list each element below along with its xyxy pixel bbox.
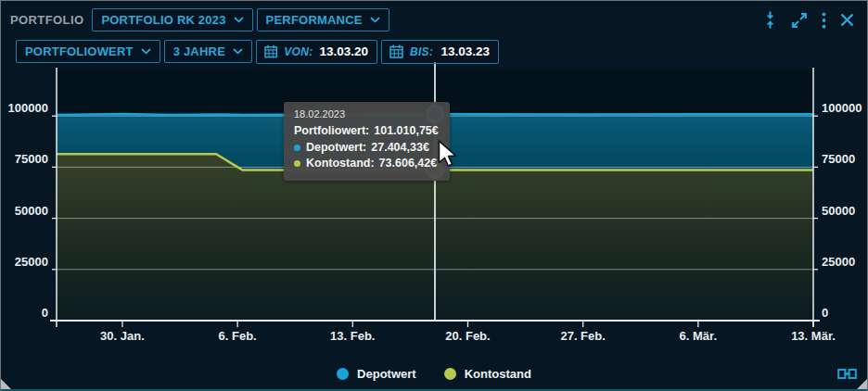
calendar-icon: [389, 44, 403, 58]
x-axis-label: 13. Mär.: [791, 329, 836, 343]
portfolio-select-label: PORTFOLIO RK 2023: [101, 13, 225, 27]
chart-tooltip: 18.02.2023 Portfoliowert: 101.010,75€ De…: [284, 102, 450, 181]
y-axis-label-right: 100000: [822, 101, 862, 115]
tooltip-kontostand-row: Kontostand: 73.606,42€: [294, 156, 439, 172]
y-axis-label-right: 50000: [822, 204, 855, 218]
depotwert-bullet-icon: [294, 145, 300, 151]
collapse-button[interactable]: [763, 11, 777, 29]
date-to-label: BIS:: [410, 45, 433, 58]
legend-item-kontostand[interactable]: Kontostand: [444, 367, 531, 381]
x-axis-label: 6. Mär.: [680, 329, 717, 343]
link-icon: [837, 368, 857, 380]
date-to-field[interactable]: BIS: 13.03.23: [381, 40, 499, 64]
expand-icon: [791, 12, 808, 29]
date-to-value: 13.03.23: [440, 44, 490, 58]
tooltip-depotwert-row: Depotwert: 27.404,33€: [294, 140, 439, 157]
expand-button[interactable]: [791, 12, 808, 29]
date-from-value: 13.03.20: [319, 44, 368, 58]
resize-grip-bottom-left[interactable]: [1, 379, 11, 389]
close-icon: [840, 13, 854, 27]
legend-item-depotwert[interactable]: Depotwert: [337, 367, 416, 381]
metric-select[interactable]: PORTFOLIOWERT: [16, 40, 160, 63]
tooltip-total-row: Portfoliowert: 101.010,75€: [294, 123, 439, 140]
portfolio-widget-panel: 0025000250005000050000750007500010000010…: [0, 0, 868, 391]
panel-title: PORTFOLIO: [10, 13, 83, 27]
tooltip-date: 18.02.2023: [294, 108, 439, 120]
y-axis-label-right: 0: [822, 306, 828, 320]
x-axis-label: 13. Feb.: [330, 329, 375, 343]
x-axis-label: 27. Feb.: [560, 329, 605, 343]
y-axis-label-right: 25000: [822, 255, 855, 269]
metric-select-label: PORTFOLIOWERT: [25, 44, 134, 58]
collapse-vertical-icon: [763, 11, 777, 29]
close-button[interactable]: [840, 13, 854, 27]
chevron-down-icon: [141, 48, 151, 55]
link-panels-button[interactable]: [837, 368, 857, 383]
range-select-label: 3 JAHRE: [173, 44, 225, 58]
x-axis-label: 6. Feb.: [219, 329, 257, 343]
y-axis-label-left: 100000: [8, 101, 48, 115]
x-axis-label: 20. Feb.: [445, 329, 490, 343]
kontostand-bullet-icon: [294, 160, 300, 167]
chart-legend: Depotwert Kontostand: [1, 367, 867, 381]
chevron-down-icon: [370, 17, 380, 23]
menu-button[interactable]: [822, 12, 826, 29]
view-select-label: PERFORMANCE: [266, 13, 363, 27]
depotwert-legend-dot-icon: [337, 368, 349, 380]
portfolio-select[interactable]: PORTFOLIO RK 2023: [92, 8, 252, 32]
chevron-down-icon: [233, 48, 243, 55]
kontostand-legend-dot-icon: [444, 368, 456, 380]
filter-row: PORTFOLIOWERT 3 JAHRE VON: 13.03.20: [1, 39, 867, 64]
kebab-menu-icon: [822, 12, 826, 29]
date-from-field[interactable]: VON: 13.03.20: [256, 40, 377, 64]
window-controls: [763, 11, 867, 29]
y-axis-label-left: 50000: [15, 204, 48, 218]
calendar-icon: [264, 44, 277, 58]
date-from-label: VON:: [284, 45, 313, 58]
y-axis-label-left: 25000: [15, 255, 48, 269]
header-row: PORTFOLIO PORTFOLIO RK 2023 PERFORMANCE: [1, 7, 867, 32]
chevron-down-icon: [234, 17, 244, 23]
y-axis-label-right: 75000: [822, 152, 855, 166]
y-axis-label-left: 75000: [15, 152, 48, 166]
resize-grip-bottom-right[interactable]: [857, 379, 867, 389]
x-axis-label: 30. Jan.: [100, 329, 145, 343]
range-select[interactable]: 3 JAHRE: [164, 40, 252, 63]
view-select[interactable]: PERFORMANCE: [257, 8, 389, 32]
y-axis-label-left: 0: [42, 306, 48, 320]
